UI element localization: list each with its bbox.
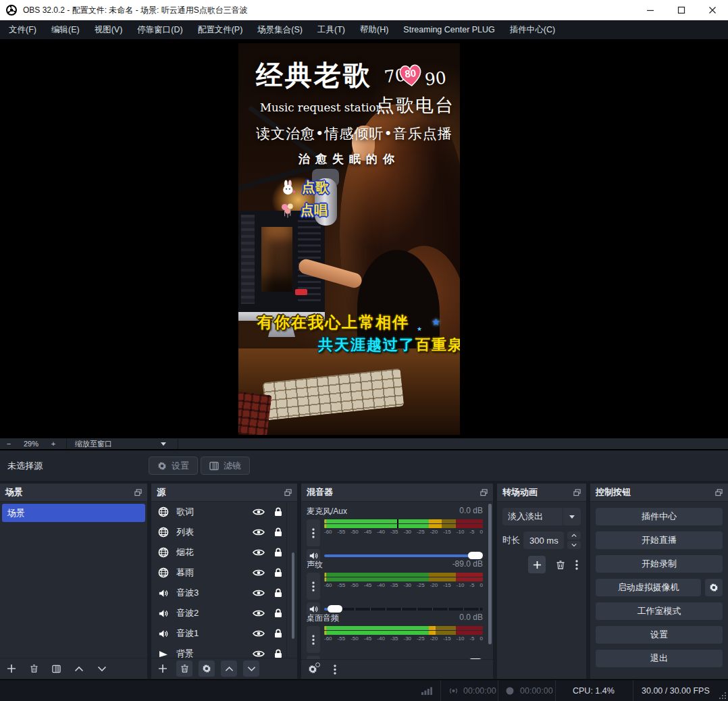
move-source-up-button[interactable] — [221, 660, 237, 677]
menu-item-6[interactable]: 场景集合(S) — [250, 20, 310, 39]
duration-input[interactable]: 300 ms — [523, 531, 564, 549]
source-properties-toolbar-button[interactable] — [199, 660, 215, 677]
spin-down-button[interactable] — [567, 541, 581, 549]
remove-transition-button[interactable] — [556, 560, 565, 570]
source-label: 音波2 — [176, 607, 253, 619]
channel-menu-button[interactable] — [307, 573, 320, 600]
lock-toggle[interactable] — [274, 527, 282, 537]
lock-toggle[interactable] — [274, 588, 282, 598]
source-row[interactable]: 歌词 — [151, 502, 297, 522]
visibility-toggle[interactable] — [253, 508, 265, 516]
channel-menu-button[interactable] — [307, 519, 320, 546]
menu-item-3[interactable]: 视图(V) — [87, 20, 130, 39]
source-filters-button[interactable]: 滤镜 — [201, 457, 250, 475]
source-row[interactable]: 背景 — [151, 644, 297, 658]
duration-label: 时长 — [502, 534, 520, 546]
visibility-toggle[interactable] — [253, 629, 265, 638]
mixer-scrollbar[interactable] — [488, 504, 492, 644]
volume-meter — [324, 577, 483, 581]
resize-grip[interactable] — [720, 693, 726, 699]
studio-mode-button[interactable]: 工作室模式 — [596, 602, 723, 620]
source-properties-button[interactable]: 设置 — [149, 457, 198, 475]
transition-select[interactable]: 淡入淡出 — [502, 508, 581, 525]
menu-item-7[interactable]: 工具(T) — [310, 20, 353, 39]
add-scene-button[interactable] — [7, 664, 16, 673]
source-row[interactable]: 音波1 — [151, 623, 297, 644]
popout-icon[interactable] — [480, 489, 488, 496]
source-row[interactable]: 音波3 — [151, 583, 297, 603]
zoom-dropdown-button[interactable] — [153, 442, 174, 446]
lock-toggle[interactable] — [274, 608, 282, 618]
maximize-button[interactable] — [666, 0, 697, 20]
volume-meter — [324, 524, 483, 528]
visibility-toggle[interactable] — [253, 650, 265, 658]
add-source-button[interactable] — [158, 664, 167, 673]
remove-source-button[interactable] — [176, 660, 192, 677]
start-streaming-button[interactable]: 开始直播 — [596, 531, 723, 549]
minimize-button[interactable] — [635, 0, 666, 20]
close-button[interactable] — [697, 0, 728, 20]
mixer-menu-button[interactable] — [334, 665, 336, 675]
spin-up-button[interactable] — [567, 531, 581, 540]
source-row[interactable]: 音波2 — [151, 603, 297, 623]
exit-button[interactable]: 退出 — [596, 650, 723, 667]
lock-toggle[interactable] — [274, 507, 282, 517]
start-recording-button[interactable]: 开始录制 — [596, 555, 723, 573]
menu-item-9[interactable]: Streaming Center PLUG — [396, 20, 502, 39]
zoom-in-button[interactable]: + — [45, 440, 62, 448]
sources-scrollbar[interactable] — [292, 552, 294, 639]
zoom-fit-label[interactable]: 缩放至窗口 — [71, 439, 153, 449]
menu-item-2[interactable]: 编辑(E) — [44, 20, 87, 39]
source-row[interactable]: 暮雨 — [151, 563, 297, 583]
move-scene-up-button[interactable] — [74, 666, 84, 672]
source-row[interactable]: 列表 — [151, 522, 297, 542]
channel-menu-button[interactable] — [307, 626, 320, 653]
visibility-toggle[interactable] — [253, 548, 265, 556]
visibility-toggle[interactable] — [253, 528, 265, 536]
lock-toggle[interactable] — [274, 568, 282, 577]
badge-order-song: 点歌 — [280, 178, 329, 197]
slider-handle[interactable] — [468, 552, 483, 559]
menu-item-4[interactable]: 停靠窗口(D) — [130, 20, 190, 39]
advanced-audio-button[interactable] — [308, 665, 317, 674]
lock-toggle[interactable] — [274, 548, 282, 557]
popout-icon[interactable] — [715, 489, 723, 496]
add-transition-button[interactable] — [528, 556, 546, 573]
mixer-channel-mic-aux: 麦克风/Aux0.0 dB-60-55-50-45-40-35-30-25-20… — [301, 502, 493, 554]
plugin-center-button[interactable]: 插件中心 — [596, 508, 723, 525]
visibility-toggle[interactable] — [253, 569, 265, 577]
scene-transitions-panel: 转场动画 淡入淡出 时长 300 ms — [497, 484, 586, 679]
popout-icon[interactable] — [134, 489, 142, 496]
transition-menu-button[interactable] — [575, 560, 578, 570]
source-row[interactable]: 烟花 — [151, 542, 297, 563]
popout-icon[interactable] — [284, 489, 292, 496]
volume-slider[interactable] — [324, 608, 483, 611]
zoom-out-button[interactable]: − — [0, 440, 18, 448]
remove-scene-button[interactable] — [30, 664, 38, 673]
lock-toggle[interactable] — [274, 649, 282, 658]
scene-filters-button[interactable] — [52, 665, 61, 673]
popout-icon[interactable] — [573, 489, 581, 496]
menu-item-1[interactable]: 文件(F) — [1, 20, 44, 39]
lock-toggle[interactable] — [274, 629, 282, 638]
scene-item[interactable]: 场景 — [2, 504, 145, 522]
menu-item-8[interactable]: 帮助(H) — [353, 20, 396, 39]
cpu-usage: CPU: 1.4% — [573, 686, 615, 696]
fps-indicator: 30.00 / 30.00 FPS — [642, 686, 710, 696]
menu-item-5[interactable]: 配置文件(P) — [190, 20, 251, 39]
settings-button[interactable]: 设置 — [596, 626, 723, 644]
menu-item-10[interactable]: 插件中心(C) — [502, 20, 563, 39]
move-source-down-button[interactable] — [243, 660, 259, 677]
balloons-icon — [280, 203, 295, 219]
audio-mixer-panel: 混音器 麦克风/Aux0.0 dB-60-55-50-45-40-35-30-2… — [301, 484, 493, 679]
visibility-toggle[interactable] — [253, 609, 265, 617]
virtual-camera-settings-button[interactable] — [705, 579, 723, 596]
virtual-camera-button[interactable]: 启动虚拟摄像机 — [596, 579, 701, 596]
volume-slider[interactable] — [324, 554, 483, 557]
recording-status-icon — [506, 687, 514, 695]
poster-slogan: 治愈失眠的你 — [238, 151, 460, 167]
slider-handle[interactable] — [328, 605, 342, 613]
move-scene-down-button[interactable] — [97, 666, 107, 672]
preview-canvas[interactable]: 经典老歌 70 80 90 Music request station 点歌电台… — [0, 39, 728, 438]
visibility-toggle[interactable] — [253, 589, 265, 597]
